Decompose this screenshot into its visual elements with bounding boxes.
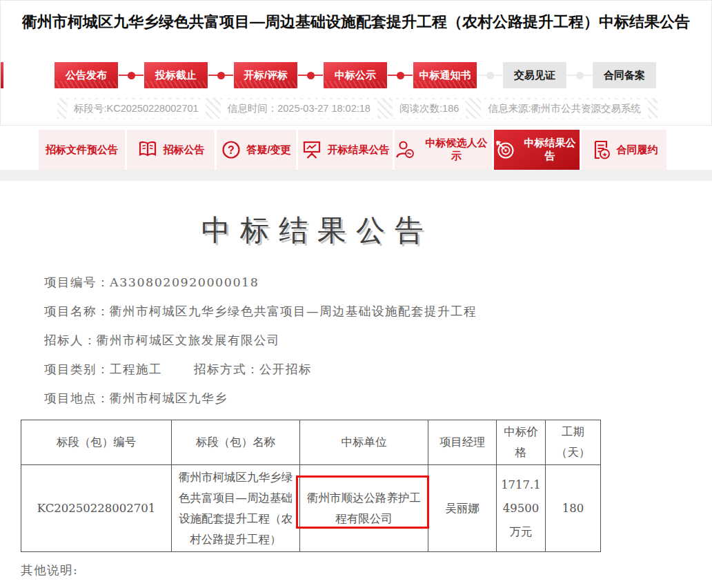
tab-3[interactable]: ?答疑/变更 — [217, 130, 296, 170]
field: 招标方式：公开招标 — [194, 361, 312, 378]
other-note: 其他说明: — [21, 562, 712, 578]
doc-heading: 中标结果公告 — [0, 181, 635, 247]
table-header-row: 标段（包）编号标段（包）名称中标单位项目经理中标价格工期（天） — [21, 420, 601, 465]
meta-item-4: 信息来源:衢州市公共资源交易系统 — [481, 99, 648, 118]
meta-item-3: 阅读次数:186 — [393, 99, 466, 118]
easel-icon — [301, 139, 322, 160]
field: 项目名称：衢州市柯城区九华乡绿色共富项目—周边基础设施配套提升工程 — [44, 303, 477, 320]
announcement-body-card: 中标结果公告 项目编号：A3308020920000018项目名称：衢州市柯城区… — [0, 181, 712, 588]
step-connector — [208, 62, 234, 88]
svg-text:★: ★ — [602, 151, 607, 158]
step-connector — [477, 62, 503, 88]
person-icon — [395, 139, 415, 160]
contract-star-icon: ★ — [591, 139, 611, 160]
step-connector — [387, 62, 413, 88]
table-header-cell: 中标价格 — [497, 420, 546, 465]
step-7[interactable]: 合同备案 — [593, 62, 656, 88]
step-connector-dot — [397, 72, 404, 79]
field: 招标人：衢州市柯城区文旅发展有限公司 — [44, 332, 280, 349]
step-partial — [1, 62, 3, 88]
step-6[interactable]: 交易见证 — [503, 62, 566, 88]
table-cell: KC20250228002701 — [21, 465, 172, 552]
table-header-cell: 标段（包）名称 — [172, 420, 300, 465]
tab-label: 中标结果公告 — [520, 137, 580, 163]
step-2[interactable]: 投标截止 — [144, 62, 208, 88]
step-4[interactable]: 中标公示 — [324, 62, 387, 88]
step-5[interactable]: 中标通知书 — [413, 62, 477, 88]
announcement-header-card: 衢州市柯城区九华乡绿色共富项目—周边基础设施配套提升工程（农村公路提升工程）中标… — [0, 0, 712, 126]
field: 项目地点：衢州市柯城区九华乡 — [44, 390, 228, 406]
field: 项目类别：工程施工 — [44, 361, 162, 378]
step-1[interactable]: 公告发布 — [55, 62, 118, 88]
table-header-cell: 标段（包）编号 — [21, 420, 172, 465]
tab-label: 中标候选人公示 — [421, 137, 492, 163]
section-divider — [0, 170, 712, 181]
table-cell: 吴丽娜 — [428, 465, 497, 552]
step-connector-dot — [307, 72, 315, 79]
meta-item-1: 标段号:KC20250228002701 — [67, 99, 206, 118]
result-table: 标段（包）编号标段（包）名称中标单位项目经理中标价格工期（天）KC2025022… — [21, 420, 601, 552]
tab-active-6[interactable]: 中标结果公告 — [494, 130, 580, 170]
tab-label: 招标文件预公告 — [46, 144, 118, 157]
result-table-wrap: 标段（包）编号标段（包）名称中标单位项目经理中标价格工期（天）KC2025022… — [21, 420, 601, 552]
table-row: KC20250228002701衢州市柯城区九华乡绿色共富项目—周边基础设施配套… — [21, 465, 601, 552]
target-icon — [494, 139, 515, 160]
book-icon — [137, 139, 158, 160]
field-row-4: 项目类别：工程施工招标方式：公开招标 — [44, 355, 712, 384]
progress-steps: 公告发布投标截止开标/评标中标公示中标通知书交易见证合同备案 — [1, 62, 656, 88]
step-connector — [297, 62, 324, 88]
field: 项目编号：A3308020920000018 — [44, 274, 259, 291]
step-3[interactable]: 开标/评标 — [234, 62, 297, 88]
field-row-3: 招标人：衢州市柯城区文旅发展有限公司 — [44, 326, 712, 355]
table-header-cell: 工期（天） — [546, 420, 601, 465]
meta-bar: 标段号:KC20250228002701信息时间：2025-03-27 18:0… — [57, 98, 657, 119]
tab-2[interactable]: 招标公告 — [127, 130, 215, 170]
table-cell: 180 — [546, 465, 601, 552]
svg-text:?: ? — [228, 144, 235, 156]
tab-5[interactable]: 中标候选人公示 — [395, 130, 492, 170]
step-connector-dot — [576, 72, 584, 79]
tab-1[interactable]: 招标文件预公告 — [39, 130, 125, 170]
table-cell: 衢州市柯城区九华乡绿色共富项目—周边基础设施配套提升工程（农村公路提升工程） — [172, 465, 300, 552]
winner-cell: 衢州市顺达公路养护工程有限公司 — [300, 465, 428, 552]
table-header-cell: 中标单位 — [300, 420, 428, 465]
table-header-cell: 项目经理 — [428, 420, 497, 465]
project-fields: 项目编号：A3308020920000018项目名称：衢州市柯城区九华乡绿色共富… — [44, 268, 712, 413]
step-connector-dot — [486, 72, 494, 79]
tab-label: 合同履约 — [617, 144, 658, 157]
step-connector-dot — [128, 72, 135, 79]
tab-bar: 招标文件预公告招标公告?答疑/变更开标结果公告中标候选人公示中标结果公告★合同履… — [39, 130, 712, 170]
field-row-5: 项目地点：衢州市柯城区九华乡 — [44, 384, 712, 413]
table-cell: 1717.149500万元 — [497, 465, 546, 552]
question-icon: ? — [221, 140, 241, 159]
step-connector-dot — [217, 72, 225, 79]
page-title: 衢州市柯城区九华乡绿色共富项目—周边基础设施配套提升工程（农村公路提升工程）中标… — [11, 1, 701, 32]
tab-strip: 招标文件预公告招标公告?答疑/变更开标结果公告中标候选人公示中标结果公告★合同履… — [0, 130, 712, 170]
field-row-1: 项目编号：A3308020920000018 — [44, 268, 712, 297]
step-connector — [118, 62, 144, 88]
tab-7[interactable]: ★合同履约 — [582, 130, 666, 170]
tab-4[interactable]: 开标结果公告 — [298, 130, 393, 170]
tab-label: 开标结果公告 — [328, 144, 390, 157]
meta-item-2: 信息时间：2025-03-27 18:02:18 — [221, 99, 377, 118]
tab-label: 招标公告 — [164, 144, 205, 157]
field-row-2: 项目名称：衢州市柯城区九华乡绿色共富项目—周边基础设施配套提升工程 — [44, 297, 712, 326]
step-connector — [566, 62, 593, 88]
tab-label: 答疑/变更 — [246, 144, 290, 157]
